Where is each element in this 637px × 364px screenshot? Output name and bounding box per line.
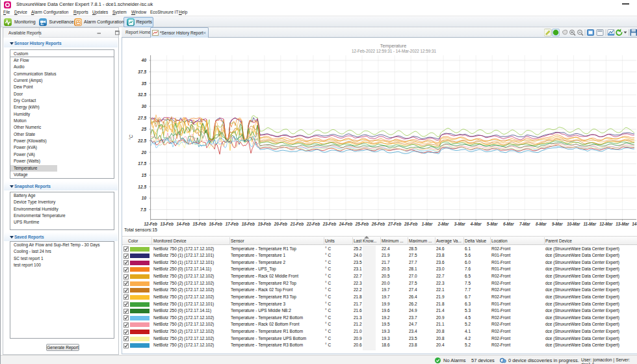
svg-text:26-Feb: 26-Feb bbox=[371, 222, 385, 226]
svg-text:27-Feb: 27-Feb bbox=[387, 222, 401, 226]
svg-text:27.5: 27.5 bbox=[137, 116, 146, 120]
svg-text:12-Feb-2022 12:59:31 - 14-Ma: 12-Feb-2022 12:59:31 - 14-Mar-2022 12:59… bbox=[352, 49, 437, 53]
svg-text:24-Feb: 24-Feb bbox=[339, 222, 352, 226]
svg-text:4-Mar: 4-Mar bbox=[470, 222, 482, 226]
svg-text:13-Mar: 13-Mar bbox=[616, 222, 629, 226]
svg-text:22.5: 22.5 bbox=[137, 138, 146, 143]
svg-text:17.5: 17.5 bbox=[138, 161, 146, 166]
svg-text:9-Mar: 9-Mar bbox=[552, 222, 563, 226]
svg-text:25-Feb: 25-Feb bbox=[355, 222, 369, 226]
svg-text:30: 30 bbox=[142, 104, 147, 109]
svg-text:19-Feb: 19-Feb bbox=[258, 222, 271, 226]
svg-text:14-Feb: 14-Feb bbox=[177, 222, 190, 226]
svg-text:20-Feb: 20-Feb bbox=[274, 222, 287, 226]
svg-text:25: 25 bbox=[141, 127, 147, 131]
svg-text:8-Mar: 8-Mar bbox=[536, 222, 547, 226]
svg-text:15-Feb: 15-Feb bbox=[193, 222, 206, 226]
svg-text:20: 20 bbox=[141, 150, 147, 155]
svg-text:13-Feb: 13-Feb bbox=[160, 222, 173, 226]
svg-text:32.5: 32.5 bbox=[138, 92, 146, 97]
svg-text:2-Mar: 2-Mar bbox=[437, 222, 449, 226]
svg-text:1-Mar: 1-Mar bbox=[422, 222, 433, 226]
svg-text:Temperature: Temperature bbox=[380, 43, 406, 49]
svg-text:12.5: 12.5 bbox=[138, 185, 146, 189]
svg-text:16-Feb: 16-Feb bbox=[209, 222, 222, 226]
svg-text:28-Feb: 28-Feb bbox=[404, 222, 417, 226]
svg-text:5-Mar: 5-Mar bbox=[487, 222, 498, 226]
svg-text:°C: °C bbox=[129, 134, 133, 140]
svg-text:10-Mar: 10-Mar bbox=[567, 222, 580, 226]
svg-text:35: 35 bbox=[142, 81, 147, 86]
svg-text:15: 15 bbox=[142, 173, 147, 177]
svg-text:14-Mar: 14-Mar bbox=[632, 222, 637, 226]
svg-text:3-Mar: 3-Mar bbox=[454, 222, 465, 226]
svg-text:18-Feb: 18-Feb bbox=[242, 222, 255, 226]
svg-text:17-Feb: 17-Feb bbox=[226, 222, 239, 226]
svg-text:7.5: 7.5 bbox=[140, 207, 146, 212]
svg-text:7-Mar: 7-Mar bbox=[519, 222, 530, 226]
svg-text:12-Feb: 12-Feb bbox=[144, 222, 157, 226]
svg-text:37.5: 37.5 bbox=[138, 70, 146, 74]
svg-text:21-Feb: 21-Feb bbox=[290, 222, 304, 226]
svg-text:22-Feb: 22-Feb bbox=[306, 222, 320, 226]
svg-text:10: 10 bbox=[142, 196, 147, 200]
svg-text:23-Feb: 23-Feb bbox=[322, 222, 336, 226]
svg-text:12-Mar: 12-Mar bbox=[599, 222, 613, 226]
svg-text:40: 40 bbox=[141, 58, 147, 62]
svg-text:11-Mar: 11-Mar bbox=[583, 222, 596, 226]
svg-text:6-Mar: 6-Mar bbox=[503, 222, 514, 226]
